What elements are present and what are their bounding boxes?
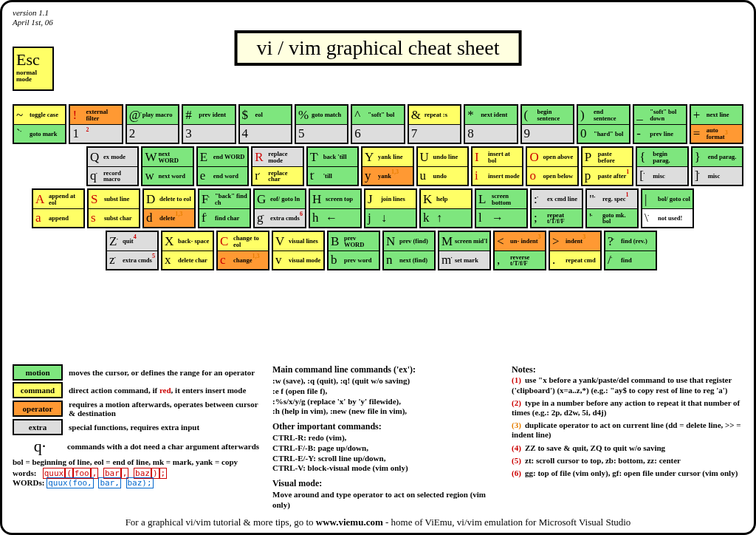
key-half: Nprev (find) [384, 232, 434, 251]
key: "reg. spec1'goto mk. bol [585, 188, 639, 228]
key-half: Zquit4 [107, 232, 157, 251]
key: +next line=auto format3 [690, 104, 743, 144]
key-half: iinsert mode [472, 166, 522, 185]
key-half: 0"hard" bol [578, 124, 629, 143]
version: version 1.1April 1st, 06 [13, 8, 743, 27]
key: Hscreen toph← [309, 188, 362, 228]
key-half: /find [605, 251, 656, 269]
key-half: ;repeat t/T/f/F [532, 208, 582, 227]
key: %goto match5 [295, 104, 348, 144]
key: Ppaste beforeppaste after1 [581, 146, 633, 186]
key-half: Ppaste before [583, 148, 632, 166]
key-half: vvisual mode [273, 251, 323, 269]
key-half: Oopen above [527, 148, 577, 166]
key-half: =auto format3 [691, 124, 742, 143]
key-half: yyank1,3 [362, 166, 412, 185]
key: $eol4 [238, 104, 292, 144]
key-half: `goto mark [14, 124, 65, 143]
key: Qex modeqrecord macro [86, 146, 139, 186]
esc-key: Escnormal mode [13, 47, 54, 91]
key-half: 6 [352, 124, 403, 143]
key-half: oopen below [527, 166, 577, 185]
key-half: Eend WORD [198, 148, 247, 166]
key-half: {begin parag. [637, 148, 687, 166]
key-half: Bprev WORD [329, 232, 379, 251]
key-half: -prev line [634, 124, 685, 143]
key-half: ,reverse t/T/f/F [495, 251, 545, 269]
key: Oopen aboveoopen below [526, 146, 578, 186]
key: Iinsert at boliinsert mode [471, 146, 523, 186]
key-half: *next ident [465, 106, 516, 124]
key: Rreplace moderreplace char [251, 146, 303, 186]
key: Jjoin linesj↓ [364, 188, 417, 228]
key-half: %goto match [296, 106, 347, 124]
key-half: 9 [522, 124, 573, 143]
key-half: ssubst char [89, 208, 139, 227]
key-half: 'goto mk. bol [587, 208, 637, 227]
key-half: \not used! [642, 208, 693, 227]
key-half: k↑ [421, 208, 471, 227]
key-half: Rreplace mode [252, 148, 302, 166]
key: {begin parag.[misc [636, 146, 688, 186]
key-half: t'till [308, 166, 357, 185]
key: |bol/ goto col\not used! [641, 188, 694, 228]
key: Geof/ goto lngextra cmds6 [253, 188, 306, 228]
key-half: )end sentence [578, 106, 629, 124]
key-half: Geof/ goto ln [255, 190, 305, 208]
footer: For a graphical vi/vim tutorial & more t… [2, 517, 754, 528]
key: Zquit4zextra cmds5 [106, 231, 159, 270]
key: &repeat :s7 [408, 104, 461, 144]
key-half: 7 [409, 124, 460, 143]
key-half: Vvisual lines [273, 232, 323, 251]
key: #prev ident3 [182, 104, 236, 144]
key-half: Yyank line [362, 148, 412, 166]
key-half: h← [310, 208, 360, 227]
key-half: |bol/ goto col [642, 190, 693, 208]
key: ^"soft" bol6 [351, 104, 405, 144]
key-half: Qex mode [88, 148, 137, 166]
key: ~toggle case`goto mark [13, 104, 66, 144]
key-half: rreplace char [252, 166, 302, 185]
key-half: F"back" find ch [199, 190, 250, 208]
key-half: !external filter [70, 106, 121, 124]
key-half: 5 [296, 124, 347, 143]
key-half: ?find (rev.) [605, 232, 656, 251]
key: !external filter12 [69, 104, 123, 144]
page-title: vi / vim graphical cheat sheet [235, 30, 522, 66]
key-half: qrecord macro [88, 166, 137, 185]
key-half: +next line [691, 106, 742, 124]
key-half: Wnext WORD [142, 148, 192, 166]
key: Khelpk↑ [419, 188, 472, 228]
key-half: <un- indent3 [495, 232, 545, 251]
key-half: Hscreen top [310, 190, 360, 208]
commands-column: Main command line commands ('ex')::w (sa… [272, 364, 501, 511]
key-half: uundo [418, 166, 467, 185]
key-half: Cchange to eol [218, 232, 268, 251]
key-half: bprev word [329, 251, 379, 269]
key-half: ~toggle case [14, 106, 65, 124]
key: _"soft" bol down-prev line [633, 104, 687, 144]
key-half: ]misc [693, 166, 742, 185]
key-half: 8 [465, 124, 516, 143]
key-half: Ssubst line [89, 190, 139, 208]
key-half: #prev ident [183, 106, 234, 124]
key: Ddelete to eolddelete1,3 [142, 188, 196, 228]
cheat-sheet: version 1.1April 1st, 06 vi / vim graphi… [0, 0, 756, 535]
key: Wnext WORDwnext word [141, 146, 193, 186]
key-half: 4 [240, 124, 291, 143]
key-half: eend word [198, 166, 247, 185]
key-half: mset mark [439, 251, 489, 269]
key-half: &repeat :s [409, 106, 460, 124]
key-half: }end parag. [693, 148, 742, 166]
key: F"back" find chffind char [198, 188, 251, 228]
key-half: ffind char [199, 208, 250, 227]
key-half: 12 [70, 124, 121, 143]
key: Aappend at eolaappend [32, 188, 85, 228]
key-half: Mscreen mid'l [439, 232, 489, 251]
key-half: ^"soft" bol [352, 106, 403, 124]
key: Vvisual linesvvisual mode [272, 231, 325, 270]
key-half: Ddelete to eol [144, 190, 194, 208]
key-half: [misc [637, 166, 687, 185]
key-half: Tback 'till [308, 148, 357, 166]
key-half: Jjoin lines [365, 190, 416, 208]
